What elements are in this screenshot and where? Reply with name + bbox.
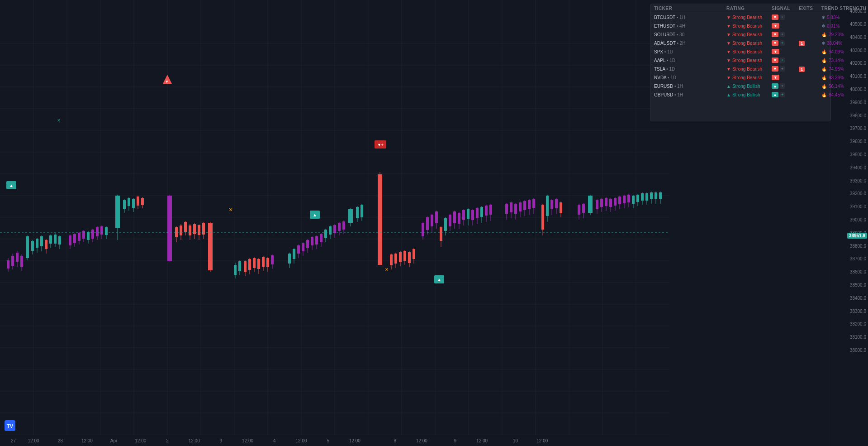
rating-cell: ▲Strong Bullish [726,84,772,89]
svg-rect-49 [31,241,34,251]
svg-rect-126 [262,257,265,267]
svg-rect-71 [87,232,90,240]
svg-rect-233 [546,196,549,216]
trend-cell: 🔥94.09% [821,49,868,54]
svg-rect-89 [137,197,139,206]
svg-rect-116 [238,261,241,271]
svg-rect-111 [208,223,213,270]
price-label: 39900.0 [850,100,866,105]
rating-cell: ▼Strong Bearish [726,67,772,72]
svg-rect-99 [180,225,182,235]
scanner-row[interactable]: ETHUSDT • 4H ▼Strong Bearish ▼ ❄0.01% 13… [650,22,830,30]
svg-text:▲: ▲ [313,212,317,217]
svg-rect-173 [394,254,397,264]
time-label: 12:00 [135,438,146,443]
col-rating: RATING [726,6,772,11]
svg-rect-193 [440,227,442,241]
scanner-rows: BTCUSDT • 1H ▼Strong Bearish ▼+ ❄5.83% 9… [650,13,830,99]
svg-rect-162 [356,207,359,218]
svg-text:▼+: ▼+ [377,143,384,147]
svg-rect-40 [11,256,14,266]
svg-rect-138 [297,245,300,254]
svg-rect-160 [348,209,353,223]
time-label: 2 [166,438,169,443]
svg-rect-164 [360,205,363,217]
svg-rect-136 [293,249,295,259]
trend-cell: 🔥93.28% [821,75,868,80]
scanner-panel[interactable]: TICKER RATING SIGNAL EXITS TREND STRENGT… [650,4,831,121]
svg-rect-61 [58,236,61,245]
price-label: 38200.0 [850,321,866,326]
price-label: 38300.0 [850,309,866,314]
svg-rect-171 [390,254,393,265]
svg-rect-219 [510,202,512,212]
scanner-row[interactable]: NVDA • 1D ▼Strong Bearish ▼ 🔥93.28% 97.2… [650,73,830,82]
current-price: 38951.9 [847,233,867,239]
scanner-row[interactable]: SPX • 1D ▼Strong Bearish ▼ 🔥94.09% 85.03… [650,48,830,56]
price-label: 38500.0 [850,283,866,288]
svg-rect-257 [618,197,621,204]
svg-rect-148 [320,234,323,242]
svg-rect-225 [523,201,526,210]
svg-rect-77 [100,226,103,235]
scanner-row[interactable]: SOLUSDT • 30 ▼Strong Bearish ▼+ 🔥79.23% … [650,30,830,39]
svg-rect-142 [306,240,309,248]
price-label: 39000.0 [850,217,866,222]
signal-cell: ▼+ [772,66,799,72]
svg-rect-265 [636,195,639,202]
ticker-cell: SPX • 1D [654,49,726,54]
scanner-row[interactable]: BTCUSDT • 1H ▼Strong Bearish ▼+ ❄5.83% 9… [650,13,830,22]
svg-rect-199 [453,211,456,223]
svg-rect-103 [189,225,191,235]
rating-cell: ▲Strong Bullish [726,92,772,97]
svg-rect-144 [311,237,313,245]
scanner-row[interactable]: GBPUSD • 1H ▲Strong Bullish ▲+ 🔥84.45% 9… [650,91,830,99]
rating-cell: ▼Strong Bearish [726,24,772,29]
time-label: 9 [454,438,457,443]
scanner-row[interactable]: TSLA • 1D ▼Strong Bearish ▼+ 1 🔥74.95% 9… [650,65,830,73]
svg-rect-67 [78,233,81,241]
time-label: 12:00 [476,438,488,443]
rating-cell: ▼Strong Bearish [726,75,772,80]
time-label: 4 [273,438,276,443]
svg-rect-128 [266,258,269,267]
svg-rect-146 [315,236,318,245]
svg-rect-81 [115,196,120,228]
svg-rect-75 [96,227,99,236]
svg-rect-44 [20,256,23,267]
scanner-row[interactable]: AAPL • 1D ▼Strong Bearish ▼+ 🔥73.14% 98.… [650,56,830,65]
price-label: 39200.0 [850,191,866,196]
svg-rect-154 [333,225,336,233]
svg-rect-79 [105,227,108,235]
price-label: 39100.0 [850,204,866,209]
time-label: 12:00 [416,438,427,443]
svg-rect-140 [302,243,304,251]
svg-rect-221 [514,204,517,214]
scanner-row[interactable]: ADAUSDT • 2H ▼Strong Bearish ▼+ 1 ❄38.04… [650,39,830,48]
ticker-cell: GBPUSD • 1H [654,92,726,97]
svg-rect-205 [467,209,470,219]
svg-rect-213 [485,206,488,216]
exits-cell: 1 [799,41,821,46]
svg-rect-179 [408,252,411,263]
svg-rect-168 [378,174,382,265]
svg-rect-87 [132,199,135,208]
svg-rect-83 [123,200,126,209]
price-label: 38700.0 [850,256,866,261]
trend-cell: 🔥79.23% [821,32,868,37]
svg-rect-150 [324,230,327,238]
svg-rect-120 [248,259,251,270]
price-label: 39400.0 [850,165,866,170]
time-label: 28 [58,438,63,443]
svg-rect-105 [193,224,196,234]
trend-cell: 🔥56.14% [821,84,868,89]
ticker-cell: AAPL • 1D [654,58,726,63]
price-label: 39500.0 [850,152,866,157]
svg-rect-65 [73,234,76,243]
col-ticker: TICKER [654,6,726,11]
svg-rect-124 [257,259,260,269]
svg-rect-253 [609,199,612,207]
scanner-row[interactable]: EURUSD • 1H ▲Strong Bullish ▲+ 🔥56.14% 1… [650,82,830,91]
price-label: 38100.0 [850,335,866,340]
price-label: 38000.0 [850,348,866,353]
